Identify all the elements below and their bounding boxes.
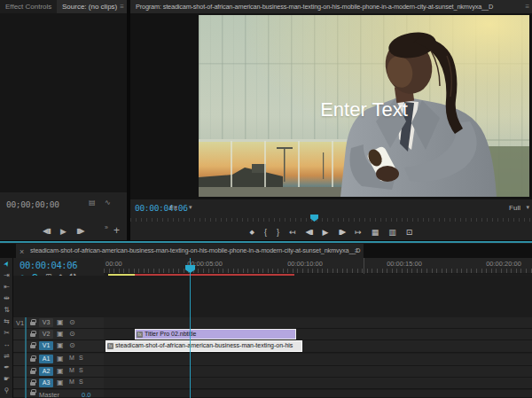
source-panel: Effect Controls Source: (no clips) ≡ 00;… xyxy=(0,0,127,240)
track-a3-lane[interactable] xyxy=(104,378,532,388)
ruler-label: 00:00:20:00 xyxy=(486,260,521,268)
lock-icon[interactable] xyxy=(30,345,35,348)
track-output-eye-icon[interactable]: ⊙ xyxy=(69,330,75,338)
rolling-edit-tool[interactable]: ⇅ xyxy=(0,304,13,316)
lock-icon[interactable] xyxy=(30,322,35,325)
lock-icon[interactable] xyxy=(30,371,35,374)
lift-button[interactable]: ▦ xyxy=(372,228,379,237)
track-a3-header: A3 ▣ M S xyxy=(13,378,104,388)
step-back-button[interactable]: ◀▮ xyxy=(43,227,51,235)
step-back-button[interactable]: ◀▮ xyxy=(306,228,313,236)
master-level-value[interactable]: 0.0 xyxy=(82,391,90,398)
rate-stretch-tool[interactable]: ⇆ xyxy=(0,316,13,327)
track-select-backward-tool[interactable]: ⇤ xyxy=(0,281,13,293)
track-target-v2[interactable]: V2 xyxy=(39,330,53,339)
mute-button[interactable]: M xyxy=(69,378,74,385)
clip-titler-pro[interactable]: fxTitler Pro 02.nbtitle xyxy=(135,329,296,339)
video-frame: Enter Text xyxy=(199,15,529,197)
hand-tool[interactable]: ☛ xyxy=(0,373,13,385)
go-to-out-button[interactable]: ↦ xyxy=(355,228,362,237)
program-title: Program: steadicam-shot-of-african-ameri… xyxy=(136,3,493,11)
track-target-a1[interactable]: A1 xyxy=(39,355,53,363)
timeline-tabbar: steadicam-shot-of-african-american-busin… xyxy=(0,244,532,258)
playback-resolution-dropdown[interactable]: Full xyxy=(509,204,520,212)
sync-lock-icon[interactable]: ▣ xyxy=(57,355,64,363)
timeline-playhead-line[interactable] xyxy=(190,258,191,398)
panel-menu-icon[interactable]: ≡ xyxy=(120,0,124,13)
tab-effect-controls[interactable]: Effect Controls xyxy=(0,0,57,13)
track-area-empty xyxy=(13,276,532,317)
track-v3-header: V1 V3 ▣ ⊙ xyxy=(13,317,104,328)
export-frame-button[interactable]: ⊡ xyxy=(406,228,413,237)
ripple-edit-tool[interactable]: ⇹ xyxy=(0,293,13,304)
play-button[interactable]: ▶ xyxy=(322,228,328,237)
sync-lock-icon[interactable]: ▣ xyxy=(57,341,64,349)
track-a1-lane[interactable] xyxy=(104,354,532,365)
track-target-v3[interactable]: V3 xyxy=(39,318,53,327)
source-timecode[interactable]: 00;00;00;00 xyxy=(6,199,59,209)
program-timecode[interactable]: 00:00:04:06 xyxy=(135,203,188,213)
step-forward-button[interactable]: ▮▶ xyxy=(76,227,84,235)
overflow-button[interactable]: » xyxy=(105,224,108,230)
lock-icon[interactable] xyxy=(30,333,35,337)
track-target-a2[interactable]: A2 xyxy=(39,367,53,376)
chevron-down-icon[interactable]: ▾ xyxy=(526,204,529,211)
timeline-timecode[interactable]: 00:00:04:06 xyxy=(20,260,77,270)
sync-lock-icon[interactable]: ▣ xyxy=(57,367,64,375)
zoom-level-dropdown[interactable]: Fit xyxy=(169,204,177,212)
clip-fx-badge-icon: fx xyxy=(137,332,143,338)
track-output-eye-icon[interactable]: ⊙ xyxy=(69,341,75,349)
go-to-in-button[interactable]: ↤ xyxy=(289,228,296,237)
title-overlay-text: Enter Text xyxy=(320,98,408,121)
extract-button[interactable]: ▥ xyxy=(388,228,396,237)
program-playhead[interactable] xyxy=(310,215,318,222)
track-target-v1[interactable]: V1 xyxy=(39,341,53,350)
pen-tool[interactable]: ✒ xyxy=(0,362,13,373)
track-target-a3[interactable]: A3 xyxy=(39,378,53,387)
mark-in-button[interactable]: { xyxy=(264,228,267,237)
tab-source-monitor[interactable]: Source: (no clips) ≡ xyxy=(57,0,127,13)
tab-edge-shadow xyxy=(364,258,364,274)
step-forward-button[interactable]: ▮▶ xyxy=(338,228,345,236)
track-a1-header: A1 ▣ M S xyxy=(13,354,104,365)
add-marker-button[interactable]: ◆ xyxy=(250,229,254,236)
program-mini-timeline[interactable] xyxy=(130,215,532,222)
mute-button[interactable]: M xyxy=(69,367,74,373)
slip-tool[interactable]: ↔ xyxy=(0,339,13,350)
chevron-down-icon[interactable]: ▾ xyxy=(189,204,192,211)
play-button[interactable]: ▶ xyxy=(60,227,66,236)
source-patch-v1[interactable]: V1 xyxy=(16,319,24,327)
sequence-tab[interactable]: steadicam-shot-of-african-american-busin… xyxy=(16,244,364,258)
solo-button[interactable]: S xyxy=(79,355,83,361)
sync-lock-icon[interactable]: ▣ xyxy=(57,330,64,338)
source-tabbar: Effect Controls Source: (no clips) ≡ xyxy=(0,0,127,13)
track-output-eye-icon[interactable]: ⊙ xyxy=(69,318,75,326)
lock-icon[interactable] xyxy=(30,382,35,386)
track-v3-lane[interactable] xyxy=(104,317,532,328)
solo-button[interactable]: S xyxy=(79,367,83,373)
slide-tool[interactable]: ⇌ xyxy=(0,350,13,362)
timeline-panel: steadicam-shot-of-african-american-busin… xyxy=(0,243,532,398)
drag-audio-icon[interactable]: ∿ xyxy=(105,199,111,207)
sync-lock-icon[interactable]: ▣ xyxy=(57,318,64,326)
time-ruler[interactable]: 00:00 00:00:05:00 00:00:10:00 00:00:15:0… xyxy=(104,258,532,274)
button-editor-button[interactable]: + xyxy=(113,224,120,237)
track-a2-lane[interactable] xyxy=(104,366,532,377)
lock-icon[interactable] xyxy=(30,392,35,395)
zoom-tool[interactable]: ⚲ xyxy=(0,385,13,396)
program-footer: 00:00:04:06 Fit ▾ Full ▾ ◆ { } ↤ ◀▮ ▶ ▮▶… xyxy=(130,199,532,240)
program-panel: Program: steadicam-shot-of-african-ameri… xyxy=(130,0,532,240)
program-tab[interactable]: Program: steadicam-shot-of-african-ameri… xyxy=(130,0,532,13)
razor-tool[interactable]: ✂ xyxy=(0,327,13,339)
mark-out-button[interactable]: } xyxy=(277,228,279,237)
lock-icon[interactable] xyxy=(30,358,35,362)
clip-name: Titler Pro 02.nbtitle xyxy=(145,331,197,337)
panel-menu-icon[interactable]: ≡ xyxy=(355,245,359,259)
solo-button[interactable]: S xyxy=(79,378,83,385)
panel-menu-icon[interactable]: ≡ xyxy=(525,0,529,13)
clip-steadicam-video[interactable]: fxsteadicam-shot-of-african-american-bus… xyxy=(106,340,302,352)
drag-video-icon[interactable]: ▤ xyxy=(89,199,96,207)
close-icon[interactable]: × xyxy=(20,245,24,259)
mute-button[interactable]: M xyxy=(69,355,74,361)
sync-lock-icon[interactable]: ▣ xyxy=(57,378,64,386)
